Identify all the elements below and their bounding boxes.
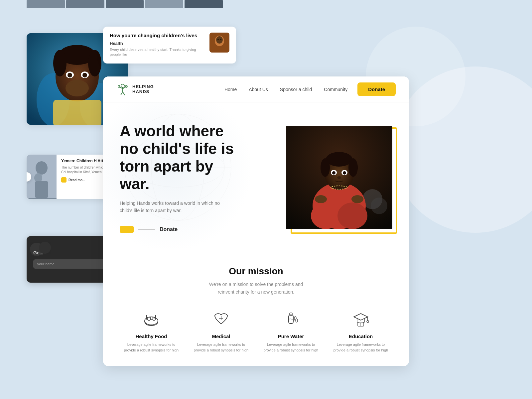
story-mini-image [209,33,229,53]
water-icon [281,309,301,328]
nav-sponsor[interactable]: Sponsor a child [280,87,312,92]
svg-point-51 [332,171,335,175]
education-title: Education [331,333,391,339]
strip-item-3 [106,0,144,8]
water-text: Leverage agile frameworks to provide a r… [261,342,321,353]
mission-section: Our mission We're on a mission to solve … [103,249,409,366]
svg-point-48 [348,158,358,177]
medical-icon [211,309,231,328]
svg-point-17 [67,82,75,89]
strip-item-5 [185,0,223,8]
story-mini-card: How you're changing children's lives Hea… [103,27,236,64]
logo-line1: HELPING [132,84,154,89]
svg-rect-67 [281,309,301,328]
medical-title: Medical [191,333,251,339]
navbar: HELPING HANDS Home About Us Sponsor a ch… [103,76,409,102]
svg-point-22 [34,173,42,183]
svg-point-55 [315,195,327,203]
svg-point-14 [67,73,72,77]
mission-subtext: We're on a mission to solve the problems… [203,281,309,296]
svg-point-25 [39,242,51,254]
svg-point-71 [296,319,298,322]
svg-line-30 [121,92,123,95]
medical-text: Leverage agile frameworks to provide a r… [191,342,251,353]
svg-point-2 [216,36,223,44]
education-text: Leverage agile frameworks to provide a r… [331,342,391,353]
svg-point-56 [351,195,363,203]
strip-item-1 [27,0,65,8]
hero-donate-icon [120,226,134,233]
strip-item-2 [66,0,104,8]
svg-point-44 [337,202,367,229]
logo-area: HELPING HANDS [116,83,154,96]
education-icon [351,309,370,328]
svg-point-47 [321,158,330,177]
food-text: Leverage agile frameworks to provide a r… [121,342,181,353]
svg-point-15 [82,73,87,77]
svg-point-52 [343,171,346,175]
hero-image-container [286,126,392,229]
nav-home[interactable]: Home [224,87,237,92]
hero-donate-button[interactable]: Donate [120,226,178,233]
mission-cards: Healthy Food Leverage agile frameworks t… [116,309,396,353]
nav-about[interactable]: About Us [249,87,268,92]
story-mini-body: How you're changing children's lives Hea… [110,33,204,58]
nav-community[interactable]: Community [324,87,347,92]
svg-point-26 [121,84,124,87]
svg-point-18 [79,82,87,89]
story-mini-subtitle: Health [110,41,204,46]
svg-marker-73 [354,314,368,320]
svg-point-4 [220,39,221,40]
logo-text: HELPING HANDS [132,84,154,94]
svg-rect-19 [53,100,101,125]
hero-heading: A world where no child's life is torn ap… [120,122,246,193]
svg-point-11 [88,50,101,76]
svg-point-3 [217,39,219,40]
water-title: Pure Water [261,333,321,339]
read-more-label: Read mo... [68,178,85,182]
hero-donate-line [138,229,155,230]
mission-card-water: Pure Water Leverage agile frameworks to … [261,309,321,353]
hero-subtext: Helping Hands works toward a world in wh… [120,200,223,214]
main-website-card: HELPING HANDS Home About Us Sponsor a ch… [103,76,409,366]
mission-card-education: Education Leverage agile frameworks to p… [331,309,391,353]
story-mini-text: Every child deserves a healthy start. Th… [110,47,204,58]
mission-title: Our mission [116,266,396,277]
hero-image [286,126,392,229]
top-image-strip [27,0,223,8]
nav-links: Home About Us Sponsor a child Community [224,87,347,92]
mission-card-medical: Medical Leverage agile frameworks to pro… [191,309,251,353]
svg-rect-23 [35,181,48,198]
hero-text: A world where no child's life is torn ap… [120,122,276,233]
food-icon [142,309,161,328]
svg-line-31 [123,92,125,95]
svg-point-41 [371,198,387,214]
story-mini-title: How you're changing children's lives [110,33,204,38]
svg-point-21 [36,161,48,175]
read-more-icon [61,177,66,183]
svg-point-53 [337,176,341,179]
food-title: Healthy Food [121,333,181,339]
hero-section: A world where no child's life is torn ap… [103,102,409,249]
strip-item-4 [145,0,183,8]
svg-point-43 [311,202,341,229]
svg-point-46 [326,152,352,167]
logo-icon [116,83,129,96]
svg-point-61 [153,318,155,321]
logo-line2: HANDS [132,89,154,94]
hero-donate-label: Donate [160,226,178,232]
nav-donate-button[interactable]: Donate [357,82,396,96]
mission-card-food: Healthy Food Leverage agile frameworks t… [121,309,181,353]
svg-point-10 [53,50,66,76]
